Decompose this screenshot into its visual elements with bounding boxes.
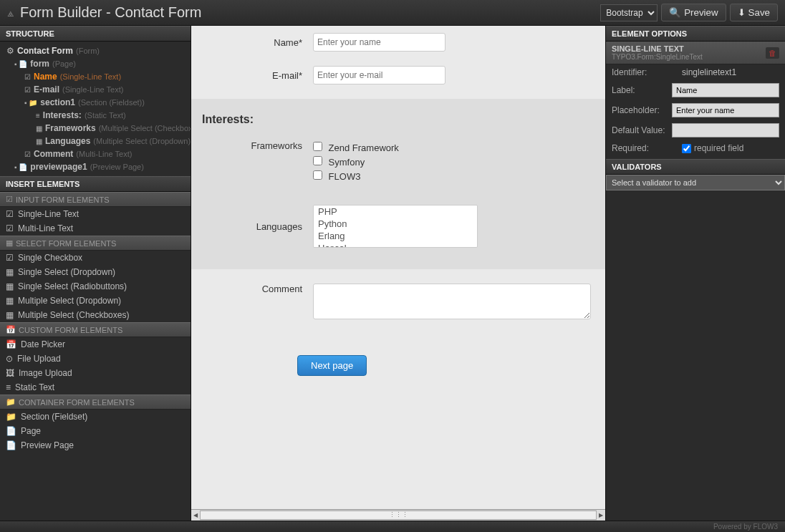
scroll-left-arrow[interactable]: ◀ — [191, 510, 200, 521]
logo-icon: ⟁ — [7, 6, 14, 19]
frameworks-label: Frameworks — [206, 140, 313, 151]
required-checkbox-label[interactable]: required field — [682, 143, 743, 153]
label-input[interactable] — [672, 83, 779, 97]
insert-element[interactable]: ▦ Single Select (Dropdown) — [0, 265, 191, 279]
element-class: TYPO3.Form:SingleLineText — [612, 53, 703, 61]
name-input[interactable] — [313, 33, 446, 52]
insert-header: INSERT ELEMENTS — [0, 176, 191, 192]
select-icon: ▦ — [36, 137, 42, 145]
insert-element[interactable]: ▦ Multiple Select (Checkboxes) — [0, 308, 191, 322]
insert-element[interactable]: 🖼 Image Upload — [0, 366, 191, 380]
email-input[interactable] — [313, 66, 446, 84]
group-icon: 📁 — [6, 397, 16, 407]
language-option[interactable]: Hascal — [314, 242, 477, 248]
tree-root[interactable]: ⚙ Contact Form (Form) — [0, 44, 191, 57]
tree-item[interactable]: ▦ Languages (Multiple Select (Dropdown)) — [0, 135, 191, 147]
identifier-row: Identifier: singlelinetext1 — [606, 64, 785, 80]
center-panel: Name* E-mail* Interests: Frameworks Zend… — [191, 26, 605, 521]
insert-element[interactable]: 📄 Preview Page — [0, 438, 191, 453]
framework-checkbox[interactable]: FLOW3 — [313, 169, 399, 183]
element-icon: ≡ — [6, 382, 11, 392]
fieldset-legend: Interests: — [191, 106, 605, 133]
insert-group-header: 📅 CUSTOM FORM ELEMENTS — [0, 322, 191, 337]
comment-label: Comment — [206, 284, 313, 294]
tree-item[interactable]: ▪ 📄 form (Page) — [0, 57, 191, 70]
group-icon: ▦ — [6, 238, 13, 248]
language-option[interactable]: Erlang — [314, 230, 477, 242]
element-icon: 📄 — [6, 426, 16, 436]
element-icon: ▦ — [6, 267, 14, 277]
insert-element[interactable]: ☑ Multi-Line Text — [0, 221, 191, 236]
tree-item[interactable]: ☑ E-mail (Single-Line Text) — [0, 83, 191, 96]
insert-group-header: ▦ SELECT FORM ELEMENTS — [0, 236, 191, 251]
element-type: SINGLE-LINE TEXT — [612, 44, 703, 53]
tree-item[interactable]: ▪ 📄 previewpage1 (Preview Page) — [0, 160, 191, 173]
save-button[interactable]: ⬇Save — [730, 4, 778, 21]
gear-icon: ⚙ — [6, 46, 14, 56]
next-page-button[interactable]: Next page — [297, 355, 367, 376]
element-icon: ☑ — [6, 209, 14, 219]
delete-element-button[interactable]: 🗑 — [766, 47, 779, 59]
horizontal-scrollbar[interactable]: ◀ ⋮⋮⋮ ▶ — [191, 509, 605, 521]
interests-fieldset: Interests: Frameworks Zend Framework Sym… — [191, 99, 605, 269]
download-icon: ⬇ — [738, 7, 746, 18]
tree-item[interactable]: ▪ 📁 section1 (Section (Fieldset)) — [0, 96, 191, 109]
insert-element[interactable]: ▦ Multiple Select (Dropdown) — [0, 294, 191, 308]
email-row: E-mail* — [191, 59, 605, 92]
insert-element[interactable]: ☑ Single Checkbox — [0, 251, 191, 265]
structure-header: STRUCTURE — [0, 26, 191, 42]
insert-element[interactable]: ☑ Single-Line Text — [0, 207, 191, 221]
scroll-right-arrow[interactable]: ▶ — [597, 510, 605, 521]
page-icon: ▪ 📄 — [14, 163, 27, 171]
element-icon: 📁 — [6, 412, 16, 422]
main: STRUCTURE ⚙ Contact Form (Form) ▪ 📄 form… — [0, 26, 785, 521]
framework-checkbox[interactable]: Symfony — [313, 155, 399, 169]
placeholder-row: Placeholder: — [606, 100, 785, 120]
page-icon: ▪ 📄 — [14, 60, 27, 68]
default-input[interactable] — [672, 123, 779, 137]
tree-item[interactable]: ≡ Interests: (Static Text) — [0, 109, 191, 122]
folder-icon: ▪ 📁 — [24, 99, 37, 107]
select-icon: ▦ — [36, 125, 42, 132]
label-row: Label: — [606, 80, 785, 100]
insert-element[interactable]: ▦ Single Select (Radiobuttons) — [0, 279, 191, 294]
search-icon: 🔍 — [669, 7, 681, 18]
insert-element[interactable]: ≡ Static Text — [0, 380, 191, 395]
validators-header: VALIDATORS — [606, 159, 785, 175]
comment-textarea[interactable] — [313, 284, 591, 319]
text-icon: ☑ — [24, 150, 31, 158]
insert-element[interactable]: 📅 Date Picker — [0, 337, 191, 352]
language-option[interactable]: PHP — [314, 205, 477, 218]
options-header: ELEMENT OPTIONS — [606, 26, 785, 42]
language-option[interactable]: Python — [314, 218, 477, 230]
tree-item[interactable]: ▦ Frameworks (Multiple Select (Checkboxe… — [0, 122, 191, 135]
tree-item[interactable]: ☑ Comment (Multi-Line Text) — [0, 147, 191, 160]
static-icon: ≡ — [36, 112, 40, 120]
element-icon: ▦ — [6, 310, 14, 320]
element-icon: ☑ — [6, 223, 14, 233]
insert-group-header: 📁 CONTAINER FORM ELEMENTS — [0, 395, 191, 410]
insert-element[interactable]: 📄 Page — [0, 424, 191, 438]
form-canvas: Name* E-mail* Interests: Frameworks Zend… — [191, 26, 605, 509]
insert-element[interactable]: ⊙ File Upload — [0, 352, 191, 366]
placeholder-input[interactable] — [672, 103, 779, 117]
validator-select[interactable]: Select a validator to add — [606, 175, 785, 190]
languages-select[interactable]: PHPPythonErlangHascal — [313, 205, 478, 248]
element-icon: 📄 — [6, 440, 16, 450]
framework-checkbox[interactable]: Zend Framework — [313, 140, 399, 155]
preset-select[interactable]: Bootstrap — [600, 4, 658, 21]
app-title: Form Builder - Contact Form — [20, 4, 600, 21]
insert-element[interactable]: 📁 Section (Fieldset) — [0, 410, 191, 424]
group-icon: 📅 — [6, 325, 16, 334]
group-icon: ☑ — [6, 195, 13, 204]
scrollbar-thumb[interactable]: ⋮⋮⋮ — [200, 511, 597, 520]
element-icon: 🖼 — [6, 368, 14, 378]
right-panel: ELEMENT OPTIONS SINGLE-LINE TEXT TYPO3.F… — [605, 26, 785, 521]
name-label: Name* — [206, 37, 313, 48]
default-row: Default Value: — [606, 120, 785, 140]
required-row: Required: required field — [606, 140, 785, 156]
footer: Powered by FLOW3 — [0, 521, 785, 532]
tree-item[interactable]: ☑ Name (Single-Line Text) — [0, 70, 191, 83]
preview-button[interactable]: 🔍Preview — [661, 4, 726, 21]
required-checkbox[interactable] — [682, 144, 691, 153]
